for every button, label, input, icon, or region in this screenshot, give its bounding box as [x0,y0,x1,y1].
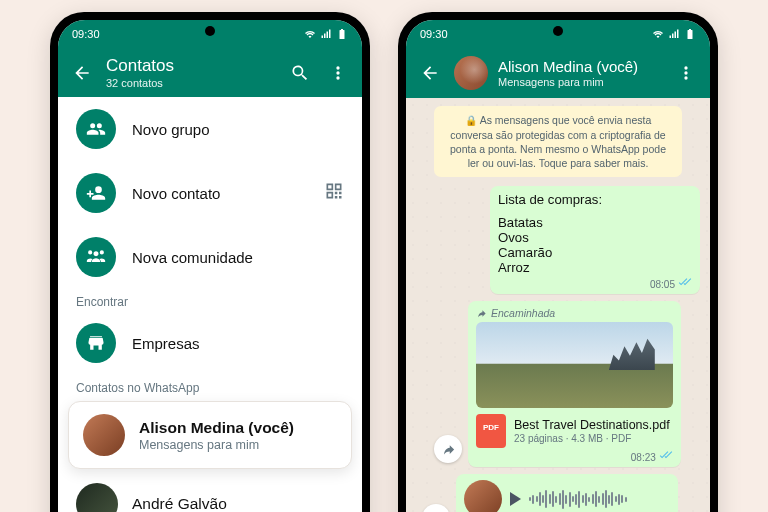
contact-andre[interactable]: André Galvão [58,473,362,512]
more-button[interactable] [672,59,700,87]
businesses-label: Empresas [132,335,200,352]
attachment-thumbnail[interactable] [476,322,673,408]
forward-button[interactable] [422,504,450,512]
forward-button[interactable] [434,435,462,463]
wifi-icon [304,28,316,40]
camera-notch [205,26,215,36]
read-ticks-icon [659,451,673,463]
status-icons [652,28,696,40]
contacts-list[interactable]: Novo grupo Novo contato Nova comunidade … [58,97,362,512]
businesses-row[interactable]: Empresas [58,311,362,375]
signal-icon [320,28,332,40]
appbar-title: Contatos [106,56,276,76]
more-button[interactable] [324,59,352,87]
new-group-row[interactable]: Novo grupo [58,97,362,161]
chat-subtitle: Mensagens para mim [498,76,662,88]
attachment-meta: 23 páginas · 4.3 MB · PDF [514,433,670,444]
chat-title[interactable]: Alison Medina (você) [498,58,662,75]
voice-avatar [464,480,502,512]
battery-icon [684,28,696,40]
msg-line: Lista de compras: [498,192,692,207]
message-shopping-list[interactable]: Lista de compras: Batatas Ovos Camarão A… [490,186,700,294]
new-contact-label: Novo contato [132,185,220,202]
business-icon [76,323,116,363]
contact-self[interactable]: Alison Medina (você) Mensagens para mim [68,401,352,469]
status-time: 09:30 [72,28,100,40]
contact-name: André Galvão [132,495,227,512]
new-contact-row[interactable]: Novo contato [58,161,362,225]
avatar [83,414,125,456]
msg-line: Ovos [498,230,692,245]
qr-icon[interactable] [324,181,344,205]
message-voice[interactable]: 0:1108:30 [456,474,678,512]
battery-icon [336,28,348,40]
contact-name: Alison Medina (você) [139,419,294,437]
play-button[interactable] [510,492,521,506]
message-attachment[interactable]: Encaminhada Best Travel Destinations.pdf… [468,301,681,467]
status-time: 09:30 [420,28,448,40]
attachment-name: Best Travel Destinations.pdf [514,418,670,432]
lock-icon: 🔒 [465,115,477,126]
back-button[interactable] [416,59,444,87]
appbar-subtitle: 32 contatos [106,77,276,89]
msg-line: Batatas [498,215,692,230]
contact-sub: Mensagens para mim [139,438,294,452]
new-community-row[interactable]: Nova comunidade [58,225,362,289]
phone-contacts: 09:30 Contatos 32 contatos [50,12,370,512]
camera-notch [553,26,563,36]
msg-time: 08:23 [631,452,656,463]
status-icons [304,28,348,40]
encryption-notice[interactable]: 🔒As mensagens que você envia nesta conve… [434,106,682,177]
chat-body[interactable]: 🔒As mensagens que você envia nesta conve… [406,98,710,512]
encryption-text: As mensagens que você envia nesta conver… [450,114,666,169]
signal-icon [668,28,680,40]
section-find: Encontrar [58,289,362,311]
read-ticks-icon [678,278,692,290]
search-button[interactable] [286,59,314,87]
wifi-icon [652,28,664,40]
waveform[interactable] [529,488,702,510]
appbar-contacts: Contatos 32 contatos [58,48,362,97]
new-group-label: Novo grupo [132,121,210,138]
forwarded-label: Encaminhada [476,307,673,319]
new-community-label: Nova comunidade [132,249,253,266]
avatar [76,483,118,512]
back-button[interactable] [68,59,96,87]
community-icon [76,237,116,277]
pdf-icon [476,414,506,448]
section-contacts: Contatos no WhatsApp [58,375,362,397]
msg-line: Arroz [498,260,692,275]
phone-chat: 09:30 Alison Medina (você) Mensagens par… [398,12,718,512]
msg-time: 08:05 [650,279,675,290]
group-icon [76,109,116,149]
appbar-chat: Alison Medina (você) Mensagens para mim [406,48,710,98]
chat-avatar[interactable] [454,56,488,90]
add-contact-icon [76,173,116,213]
msg-line: Camarão [498,245,692,260]
